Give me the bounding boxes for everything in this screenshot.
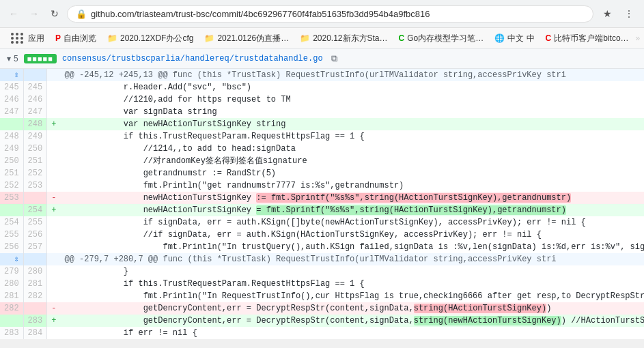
content-area: ▾ 5 ■■■■■ consensus/trustbscparlia/handl… (0, 48, 644, 339)
apps-button[interactable]: 应用 (5, 30, 48, 46)
address-input[interactable] (91, 9, 585, 19)
bookmark-bitcoin[interactable]: C 比特币客户端bitco… (542, 31, 633, 46)
bookmarks-separator: » (636, 33, 641, 43)
line-old-num: 283 (0, 327, 23, 339)
line-new-num: 252 (23, 167, 47, 179)
diff-sign (47, 327, 61, 339)
line-old-num (0, 204, 23, 216)
diff-table: ⇳ @@ -245,12 +245,13 @@ func (this *Trus… (0, 69, 644, 339)
diff-sign (47, 93, 61, 106)
line-new-num: 251 (23, 155, 47, 167)
line-code: r.Header.Add("svc", "bsc") (60, 81, 644, 93)
table-row: 251 252 getrandnumstr := RandStr(5) (0, 167, 644, 179)
table-row: 282 - getDencryContent,err = DecryptResp… (0, 302, 644, 315)
line-new-num: 247 (23, 106, 47, 118)
bookmark-fake-broadcast[interactable]: 📁 2021.0126伪直播… (200, 31, 293, 46)
diff-sign (47, 155, 61, 167)
diff-sign: - (47, 192, 61, 204)
apps-label: 应用 (28, 33, 44, 44)
bitcoin-icon: C (546, 33, 552, 43)
line-old-num: 245 (0, 81, 23, 93)
table-row: 255 256 //if signData, err = auth.KSign(… (0, 229, 644, 241)
bookmark-xdf[interactable]: 📁 2020.12XDF办公cfg (103, 31, 197, 46)
hunk-arrows-1[interactable]: ⇳ (14, 70, 18, 80)
line-new-num: 245 (23, 81, 47, 93)
line-old-num: 255 (0, 229, 23, 241)
xdf-icon: 📁 (107, 33, 117, 43)
bookmark-chinese[interactable]: 🌐 中文 中 (490, 31, 538, 46)
line-old-num: 249 (0, 143, 23, 155)
line-code: fmt.Println("In trustQuery(),auth.KSign … (60, 241, 644, 253)
line-old-num: 282 (0, 302, 23, 315)
line-old-num: 254 (0, 216, 23, 229)
hunk-old-num: ⇳ (0, 69, 23, 81)
line-new-num: 280 (23, 265, 47, 278)
line-new-num: 249 (23, 130, 47, 143)
line-code: if this.TrustRequestParam.RequestHttpsFl… (60, 278, 644, 290)
line-code: getDencryContent,err = DecryptRespStr(co… (60, 315, 644, 327)
table-row: 249 250 //1214,,to add to head:signData (0, 143, 644, 155)
lock-icon: 🔒 (76, 9, 87, 19)
bookmark-star-button[interactable]: ★ (598, 4, 617, 23)
copy-file-path-button[interactable]: ⧉ (331, 53, 337, 64)
expand-label: 5 (14, 54, 18, 63)
refresh-button[interactable]: ↻ (46, 5, 63, 22)
go-model-icon: C (399, 33, 405, 43)
hunk-header-1: ⇳ @@ -245,12 +245,13 @@ func (this *Trus… (0, 69, 644, 81)
line-old-num (0, 315, 23, 327)
file-path[interactable]: consensus/trustbscparlia/handlereq/trust… (62, 54, 323, 63)
diff-sign (47, 278, 61, 290)
browser-menu-button[interactable]: ⋮ (619, 4, 639, 23)
line-code: fmt.Println("get randnumstr7777 is:%s",g… (60, 179, 644, 192)
bookmarks-bar: 应用 P 自由浏览 📁 2020.12XDF办公cfg 📁 2021.0126伪… (0, 27, 644, 48)
bookmark-xdf2[interactable]: 📁 2020.12新东方Sta… (296, 31, 391, 46)
diff-sign (47, 130, 61, 143)
table-row: 248 249 if this.TrustRequestParam.Reques… (0, 130, 644, 143)
line-code: var newHActionTurstSignKey string (60, 118, 644, 130)
line-code: if this.TrustRequestParam.RequestHttpsFl… (60, 130, 644, 143)
line-code: fmt.Println("In RequestTrustInfo(),cur H… (60, 290, 644, 302)
file-change-badge: ■■■■■ (24, 54, 57, 63)
diff-sign (47, 241, 61, 253)
nav-bar: ← → ↻ 🔒 ★ ⋮ (0, 0, 644, 27)
hunk-header-2: ⇳ @@ -279,7 +280,7 @@ func (this *TrustT… (0, 253, 644, 265)
hunk-text-2: @@ -279,7 +280,7 @@ func (this *TrustTas… (60, 253, 644, 265)
line-old-num: 280 (0, 278, 23, 290)
line-old-num (0, 118, 23, 130)
hunk-sign-2 (47, 253, 61, 265)
back-button[interactable]: ← (5, 5, 22, 22)
line-code: //if signData, err = auth.KSign(HActionT… (60, 229, 644, 241)
table-row: 281 282 fmt.Println("In RequestTrustInfo… (0, 290, 644, 302)
line-code: //1214,,to add to head:signData (60, 143, 644, 155)
xdf-label: 2020.12XDF办公cfg (120, 33, 193, 44)
diff-sign: - (47, 302, 61, 315)
line-code: getDencryContent,err = DecryptRespStr(co… (60, 302, 644, 315)
table-row: 256 257 fmt.Println("In trustQuery(),aut… (0, 241, 644, 253)
line-new-num: 256 (23, 229, 47, 241)
expand-chevron: ▾ (7, 54, 11, 63)
xdf2-label: 2020.12新东方Sta… (313, 33, 387, 44)
diff-sign: + (47, 315, 61, 327)
diff-sign (47, 143, 61, 155)
table-row: 252 253 fmt.Println("get randnumstr7777 … (0, 179, 644, 192)
forward-button[interactable]: → (26, 5, 42, 22)
file-expand-icon[interactable]: ▾ 5 (7, 54, 18, 63)
line-new-num: 255 (23, 216, 47, 229)
bookmark-go-model[interactable]: C Go内存模型学习笔… (395, 31, 488, 46)
diff-sign (47, 265, 61, 278)
diff-sign (47, 106, 61, 118)
address-bar: 🔒 (67, 5, 593, 23)
fake-broadcast-label: 2021.0126伪直播… (217, 33, 289, 44)
line-new-num (23, 302, 47, 315)
line-code: getrandnumstr := RandStr(5) (60, 167, 644, 179)
diff-sign (47, 229, 61, 241)
line-new-num: 250 (23, 143, 47, 155)
ziyouliulan-label: 自由浏览 (64, 33, 96, 44)
bookmark-ziyouliulan[interactable]: P 自由浏览 (51, 31, 100, 46)
diff-sign (47, 179, 61, 192)
line-new-num: 246 (23, 93, 47, 106)
diff-sign (47, 81, 61, 93)
line-old-num: 247 (0, 106, 23, 118)
line-old-num: 256 (0, 241, 23, 253)
hunk-arrows-2[interactable]: ⇳ (14, 255, 18, 264)
